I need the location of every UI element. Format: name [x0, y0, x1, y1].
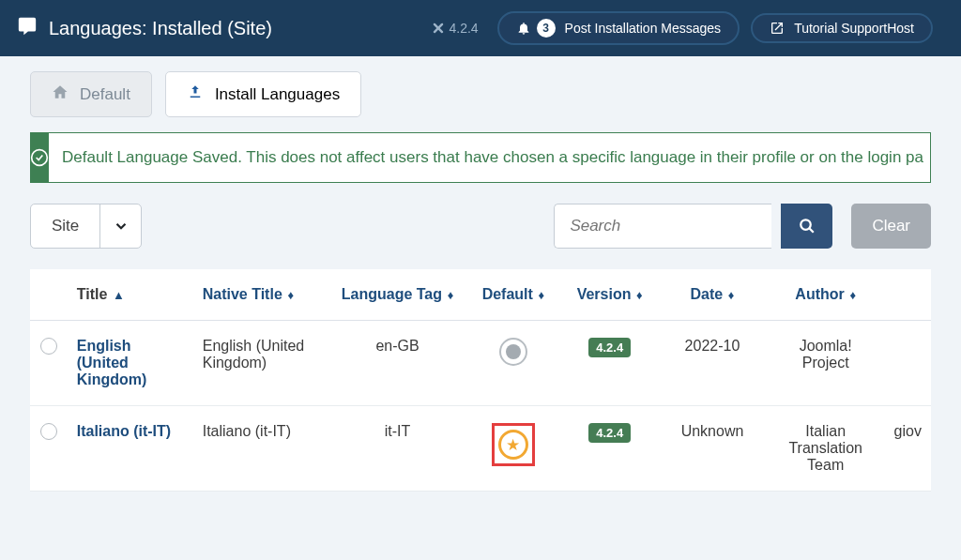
check-circle-icon — [30, 133, 49, 182]
lang-date: 2022-10 — [658, 321, 767, 406]
lang-title[interactable]: Italiano (it-IT) — [68, 406, 193, 492]
col-default[interactable]: Default ♦ — [465, 269, 562, 321]
external-link-icon — [770, 21, 785, 36]
lang-tag: en-GB — [329, 321, 465, 406]
chevron-down-icon — [99, 204, 141, 248]
star-icon: ★ — [498, 430, 528, 460]
table-row: Italiano (it-IT) Italiano (it-IT) it-IT … — [30, 406, 931, 492]
lang-tag: it-IT — [329, 406, 465, 492]
install-languages-button[interactable]: Install Languages — [165, 71, 361, 117]
tutorial-button[interactable]: Tutorial SupportHost — [751, 13, 933, 43]
col-language-tag[interactable]: Language Tag ♦ — [329, 269, 465, 321]
col-version[interactable]: Version ♦ — [561, 269, 658, 321]
success-alert: Default Language Saved. This does not af… — [30, 132, 931, 183]
table-row: English (United Kingdom) English (United… — [30, 321, 931, 406]
lang-native: Italiano (it-IT) — [193, 406, 330, 492]
post-install-label: Post Installation Messages — [565, 21, 722, 36]
home-icon — [52, 83, 69, 105]
search-icon — [799, 218, 816, 235]
search-input[interactable] — [554, 204, 771, 249]
default-indicator-icon — [499, 338, 527, 366]
lang-native: English (United Kingdom) — [193, 321, 330, 406]
languages-table-wrap: Title ▲ Native Title ♦ Language Tag ♦ De… — [0, 269, 961, 492]
highlighted-default-box: ★ — [492, 423, 535, 466]
version-badge: 4.2.4 — [588, 338, 631, 357]
svg-point-1 — [801, 219, 811, 230]
joomla-version: 4.2.4 — [432, 21, 478, 36]
lang-author: Joomla! Project — [767, 321, 885, 406]
search-button[interactable] — [781, 204, 832, 249]
svg-line-2 — [809, 228, 814, 233]
notification-count: 3 — [537, 19, 556, 38]
page-title: Languages: Installed (Site) — [49, 18, 272, 39]
filter-row: Site Clear — [0, 183, 961, 269]
lang-default[interactable] — [465, 321, 562, 406]
default-button: Default — [30, 71, 152, 117]
lang-author: Italian Translation Team — [767, 406, 885, 492]
col-native-title[interactable]: Native Title ♦ — [193, 269, 330, 321]
lang-date: Unknown — [658, 406, 767, 492]
col-title[interactable]: Title ▲ — [68, 269, 193, 321]
row-select-radio[interactable] — [40, 338, 57, 355]
clear-button[interactable]: Clear — [851, 204, 931, 249]
post-install-messages-button[interactable]: 3 Post Installation Messages — [497, 11, 740, 45]
lang-default[interactable]: ★ — [465, 406, 562, 492]
svg-point-0 — [32, 150, 48, 166]
languages-table: Title ▲ Native Title ♦ Language Tag ♦ De… — [30, 269, 931, 492]
client-select[interactable]: Site — [30, 204, 142, 249]
alert-container: Default Language Saved. This does not af… — [0, 132, 961, 183]
col-author[interactable]: Author ♦ — [767, 269, 885, 321]
comment-icon — [17, 16, 38, 40]
upload-icon — [187, 83, 204, 105]
bell-icon — [516, 21, 531, 36]
version-badge: 4.2.4 — [588, 423, 631, 443]
toolbar: Default Install Languages — [0, 56, 961, 132]
row-select-radio[interactable] — [40, 423, 57, 440]
col-date[interactable]: Date ♦ — [658, 269, 767, 321]
lang-title[interactable]: English (United Kingdom) — [68, 321, 193, 406]
top-header: Languages: Installed (Site) 4.2.4 3 Post… — [0, 0, 961, 56]
alert-message: Default Language Saved. This does not af… — [49, 148, 931, 167]
tutorial-label: Tutorial SupportHost — [794, 21, 914, 36]
